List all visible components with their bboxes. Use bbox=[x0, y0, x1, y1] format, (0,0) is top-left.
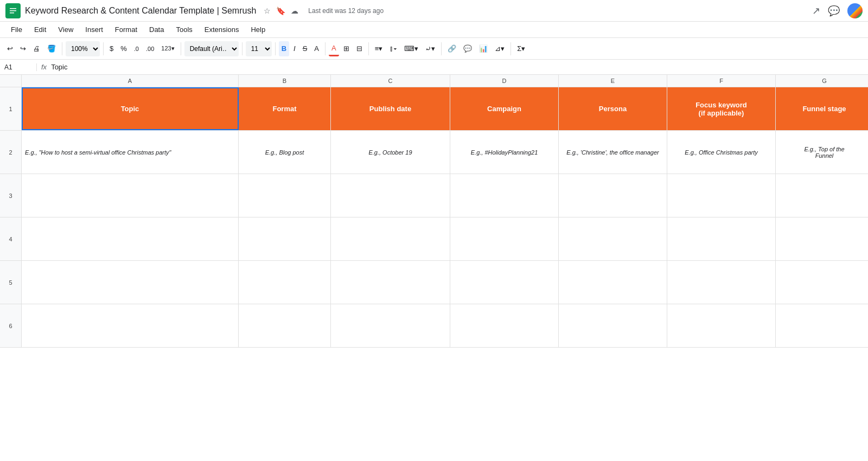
strikethrough-button[interactable]: S bbox=[300, 41, 310, 56]
cell-a1[interactable]: Topic bbox=[22, 87, 239, 130]
font-size-select[interactable]: 11 10 12 14 bbox=[246, 41, 272, 56]
wrap-button[interactable]: ⌨▾ bbox=[401, 41, 421, 56]
menu-file[interactable]: File bbox=[5, 23, 28, 36]
user-avatar[interactable] bbox=[847, 3, 863, 18]
chart-button[interactable]: 📊 bbox=[476, 41, 490, 56]
cell-f6[interactable] bbox=[667, 304, 776, 347]
cell-b2[interactable]: E.g., Blog post bbox=[239, 131, 331, 174]
cell-d2[interactable]: E.g., #HolidayPlanning21 bbox=[450, 131, 559, 174]
menu-tools[interactable]: Tools bbox=[170, 23, 197, 36]
merge-button[interactable]: ⊟ bbox=[354, 41, 365, 56]
bookmark-icon[interactable]: 🔖 bbox=[276, 7, 285, 15]
cell-g3[interactable] bbox=[776, 174, 868, 217]
cell-f4[interactable] bbox=[667, 217, 776, 260]
cell-f2[interactable]: E.g., Office Christmas party bbox=[667, 131, 776, 174]
cloud-icon[interactable]: ☁ bbox=[291, 7, 298, 15]
link-button[interactable]: 🔗 bbox=[445, 41, 459, 56]
cell-d4[interactable] bbox=[450, 217, 559, 260]
top-right-actions: ↗ 💬 bbox=[812, 3, 863, 18]
cell-b3[interactable] bbox=[239, 174, 331, 217]
row-number-3: 3 bbox=[0, 174, 22, 217]
divider-2 bbox=[103, 42, 104, 55]
column-headers: A B C D E F G bbox=[0, 75, 868, 87]
menu-insert[interactable]: Insert bbox=[80, 23, 108, 36]
menu-help[interactable]: Help bbox=[245, 23, 271, 36]
cell-a2[interactable]: E.g., "How to host a semi-virtual office… bbox=[22, 131, 239, 174]
redo-button[interactable]: ↪ bbox=[17, 41, 29, 56]
col-header-c[interactable]: C bbox=[331, 75, 450, 87]
cell-b1[interactable]: Format bbox=[239, 87, 331, 130]
undo-button[interactable]: ↩ bbox=[4, 41, 16, 56]
cell-a6[interactable] bbox=[22, 304, 239, 347]
cell-b4[interactable] bbox=[239, 217, 331, 260]
cell-e3[interactable] bbox=[559, 174, 667, 217]
cell-d1[interactable]: Campaign bbox=[450, 87, 559, 130]
cell-c5[interactable] bbox=[331, 261, 450, 304]
decimal-decrease-button[interactable]: .0 bbox=[131, 41, 142, 56]
star-icon[interactable]: ☆ bbox=[264, 7, 271, 15]
cell-f3[interactable] bbox=[667, 174, 776, 217]
cell-a4[interactable] bbox=[22, 217, 239, 260]
cell-e5[interactable] bbox=[559, 261, 667, 304]
cell-f1[interactable]: Focus keyword(if applicable) bbox=[667, 87, 776, 130]
menu-view[interactable]: View bbox=[53, 23, 79, 36]
cell-e4[interactable] bbox=[559, 217, 667, 260]
italic-button[interactable]: I bbox=[291, 41, 298, 56]
v-align-button[interactable]: ⫿▾ bbox=[387, 41, 400, 56]
col-header-b[interactable]: B bbox=[239, 75, 331, 87]
font-select[interactable]: Default (Ari… bbox=[184, 41, 239, 56]
cell-b5[interactable] bbox=[239, 261, 331, 304]
filter-button[interactable]: ⊿▾ bbox=[492, 41, 507, 56]
cell-g4[interactable] bbox=[776, 217, 868, 260]
menu-edit[interactable]: Edit bbox=[29, 23, 52, 36]
menu-extensions[interactable]: Extensions bbox=[199, 23, 245, 36]
cell-a3[interactable] bbox=[22, 174, 239, 217]
format-number-button[interactable]: 123▾ bbox=[158, 41, 177, 56]
formula-content[interactable]: Topic bbox=[51, 63, 67, 71]
cell-g5[interactable] bbox=[776, 261, 868, 304]
col-header-e[interactable]: E bbox=[559, 75, 667, 87]
cell-g2[interactable]: E.g., Top of theFunnel bbox=[776, 131, 868, 174]
zoom-select[interactable]: 100% 75% 125% 150% bbox=[66, 41, 100, 56]
borders-button[interactable]: ⊞ bbox=[341, 41, 352, 56]
sum-button[interactable]: Σ▾ bbox=[514, 41, 528, 56]
col-header-f[interactable]: F bbox=[667, 75, 776, 87]
cell-e2[interactable]: E.g., 'Christine', the office manager bbox=[559, 131, 667, 174]
percent-button[interactable]: % bbox=[118, 41, 130, 56]
h-align-button[interactable]: ≡▾ bbox=[372, 41, 386, 56]
trending-icon[interactable]: ↗ bbox=[812, 5, 820, 17]
fill-color-button[interactable]: A bbox=[329, 41, 339, 56]
cell-reference[interactable]: A1 bbox=[4, 63, 37, 71]
row-number-5: 5 bbox=[0, 261, 22, 304]
cell-e6[interactable] bbox=[559, 304, 667, 347]
cell-g6[interactable] bbox=[776, 304, 868, 347]
text-color-button[interactable]: A bbox=[311, 41, 322, 56]
cell-b6[interactable] bbox=[239, 304, 331, 347]
cell-c6[interactable] bbox=[331, 304, 450, 347]
cell-e1[interactable]: Persona bbox=[559, 87, 667, 130]
chat-icon[interactable]: 💬 bbox=[828, 5, 840, 17]
cell-g1[interactable]: Funnel stage bbox=[776, 87, 868, 130]
col-header-a[interactable]: A bbox=[22, 75, 239, 87]
decimal-increase-button[interactable]: .00 bbox=[143, 41, 157, 56]
cell-d3[interactable] bbox=[450, 174, 559, 217]
cell-a5[interactable] bbox=[22, 261, 239, 304]
menu-data[interactable]: Data bbox=[144, 23, 169, 36]
menu-format[interactable]: Format bbox=[110, 23, 143, 36]
cell-f5[interactable] bbox=[667, 261, 776, 304]
cell-d6[interactable] bbox=[450, 304, 559, 347]
table-row: 4 bbox=[0, 217, 868, 261]
cell-c3[interactable] bbox=[331, 174, 450, 217]
rotate-button[interactable]: ⤾▾ bbox=[423, 41, 438, 56]
col-header-d[interactable]: D bbox=[450, 75, 559, 87]
currency-button[interactable]: $ bbox=[107, 41, 116, 56]
col-header-g[interactable]: G bbox=[776, 75, 868, 87]
comment-button[interactable]: 💬 bbox=[461, 41, 475, 56]
cell-c1[interactable]: Publish date bbox=[331, 87, 450, 130]
cell-c2[interactable]: E.g., October 19 bbox=[331, 131, 450, 174]
paint-format-button[interactable]: 🪣 bbox=[44, 41, 59, 56]
cell-d5[interactable] bbox=[450, 261, 559, 304]
cell-c4[interactable] bbox=[331, 217, 450, 260]
print-button[interactable]: 🖨 bbox=[30, 41, 43, 56]
bold-button[interactable]: B bbox=[279, 41, 289, 56]
